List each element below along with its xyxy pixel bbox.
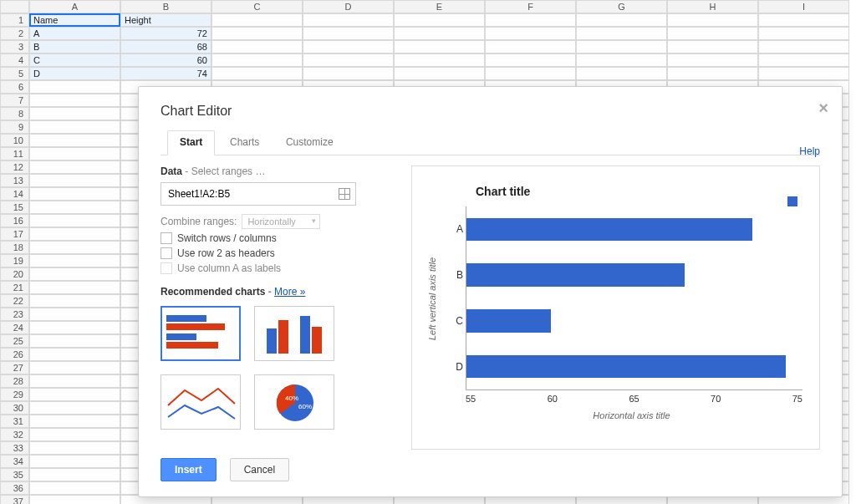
cell[interactable] [29, 241, 120, 254]
cell[interactable] [211, 13, 303, 27]
cell[interactable] [211, 53, 303, 67]
col-header[interactable]: C [211, 0, 303, 13]
cell-B3[interactable]: 68 [120, 40, 211, 53]
cell[interactable] [29, 94, 120, 107]
cell[interactable] [667, 53, 758, 67]
col-header[interactable]: H [667, 0, 758, 13]
col-header[interactable]: B [120, 0, 211, 13]
cell[interactable] [303, 27, 394, 40]
close-icon[interactable]: × [818, 99, 828, 118]
select-all-corner[interactable] [0, 0, 29, 13]
cancel-button[interactable]: Cancel [230, 458, 289, 481]
cell[interactable] [303, 13, 394, 27]
row-header[interactable]: 8 [0, 107, 29, 120]
cell[interactable] [29, 267, 120, 281]
cell[interactable] [29, 281, 120, 294]
row-header[interactable]: 32 [0, 428, 29, 441]
row-header[interactable]: 10 [0, 134, 29, 147]
cell[interactable] [303, 40, 394, 53]
cell[interactable] [576, 67, 667, 80]
cell[interactable] [394, 53, 485, 67]
tab-charts[interactable]: Charts [218, 131, 271, 155]
cell[interactable] [29, 254, 120, 267]
cell[interactable] [29, 374, 120, 388]
cell[interactable] [29, 468, 120, 481]
row-header[interactable]: 17 [0, 227, 29, 241]
cell[interactable] [29, 187, 120, 201]
cell[interactable] [29, 227, 120, 241]
cell[interactable] [211, 40, 303, 53]
cell[interactable] [394, 40, 485, 53]
row-header[interactable]: 15 [0, 201, 29, 214]
row-header[interactable]: 29 [0, 388, 29, 401]
range-field[interactable] [166, 187, 339, 201]
col-header[interactable]: D [303, 0, 394, 13]
cell[interactable] [485, 40, 576, 53]
row-header[interactable]: 5 [0, 67, 29, 80]
cell-A5[interactable]: D [29, 67, 120, 80]
row-header[interactable]: 6 [0, 80, 29, 94]
insert-button[interactable]: Insert [160, 458, 217, 481]
cell[interactable] [29, 334, 120, 348]
cell[interactable] [29, 348, 120, 361]
cell[interactable] [576, 53, 667, 67]
chart-thumb-hbar[interactable] [160, 306, 241, 361]
cell[interactable] [394, 27, 485, 40]
cell-B5[interactable]: 74 [120, 67, 211, 80]
row-header[interactable]: 27 [0, 361, 29, 374]
row-header[interactable]: 2 [0, 27, 29, 40]
row-header[interactable]: 4 [0, 53, 29, 67]
cell[interactable] [758, 27, 849, 40]
cell[interactable] [758, 40, 849, 53]
row-header[interactable]: 13 [0, 174, 29, 187]
row-header[interactable]: 35 [0, 468, 29, 481]
cell[interactable] [576, 13, 667, 27]
cell[interactable] [29, 120, 120, 134]
cell[interactable] [303, 53, 394, 67]
row-header[interactable]: 3 [0, 40, 29, 53]
recommended-more-link[interactable]: More » [274, 286, 305, 298]
cell-A4[interactable]: C [29, 53, 120, 67]
cell[interactable] [394, 67, 485, 80]
row-header[interactable]: 33 [0, 441, 29, 455]
cell[interactable] [29, 201, 120, 214]
cell[interactable] [758, 13, 849, 27]
cell[interactable] [485, 27, 576, 40]
col-header[interactable]: I [758, 0, 849, 13]
cell[interactable] [758, 67, 849, 80]
row-header[interactable]: 11 [0, 147, 29, 160]
row-header[interactable]: 14 [0, 187, 29, 201]
row-header[interactable]: 21 [0, 281, 29, 294]
row-header[interactable]: 1 [0, 13, 29, 27]
cell[interactable] [29, 388, 120, 401]
chart-thumb-vbar[interactable] [254, 306, 334, 361]
row-header[interactable]: 16 [0, 214, 29, 227]
grid-select-icon[interactable] [339, 188, 350, 200]
cell[interactable] [29, 174, 120, 187]
row-header[interactable]: 28 [0, 374, 29, 388]
range-input[interactable] [160, 182, 356, 206]
cell-A2[interactable]: A [29, 27, 120, 40]
cell[interactable] [211, 27, 303, 40]
chart-thumb-pie[interactable]: 40% 60% [254, 374, 334, 430]
cell[interactable] [29, 214, 120, 227]
cell[interactable] [485, 13, 576, 27]
cell[interactable] [667, 27, 758, 40]
row-header[interactable]: 12 [0, 160, 29, 174]
cell-B4[interactable]: 60 [120, 53, 211, 67]
cell[interactable] [29, 308, 120, 321]
row-header[interactable]: 36 [0, 481, 29, 495]
cell[interactable] [29, 107, 120, 120]
col-header[interactable]: G [576, 0, 667, 13]
chart-thumb-line[interactable] [160, 374, 241, 430]
row2-headers-checkbox[interactable] [160, 247, 172, 259]
cell[interactable] [29, 80, 120, 94]
row-header[interactable]: 25 [0, 334, 29, 348]
cell[interactable] [394, 13, 485, 27]
col-header[interactable]: A [29, 0, 120, 13]
cell[interactable] [485, 67, 576, 80]
row-header[interactable]: 9 [0, 120, 29, 134]
cell[interactable] [29, 361, 120, 374]
cell[interactable] [667, 40, 758, 53]
cell[interactable] [29, 481, 120, 495]
